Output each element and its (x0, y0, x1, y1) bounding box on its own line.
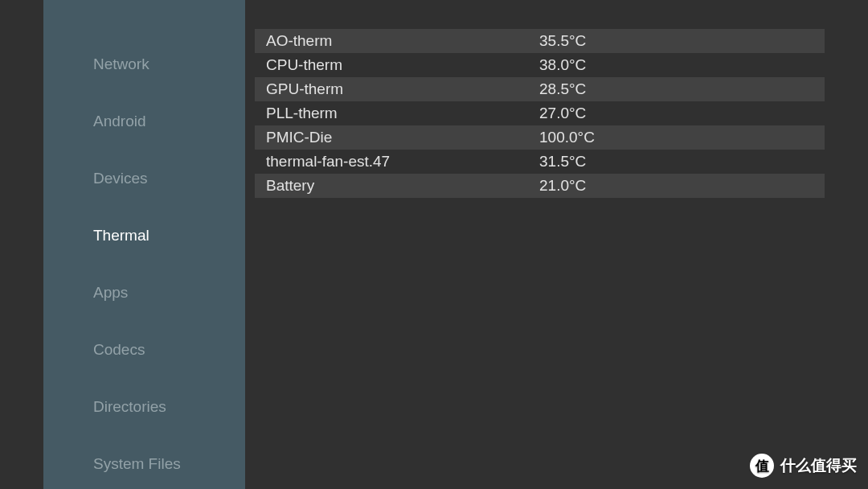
thermal-sensor-value: 35.5°C (539, 32, 825, 50)
table-row: Battery 21.0°C (255, 174, 825, 198)
sidebar-item-devices[interactable]: Devices (43, 150, 245, 207)
thermal-sensor-value: 38.0°C (539, 56, 825, 74)
sidebar-item-codecs[interactable]: Codecs (43, 321, 245, 378)
thermal-sensor-value: 27.0°C (539, 105, 825, 122)
main-panel: AO-therm 35.5°C CPU-therm 38.0°C GPU-the… (245, 0, 868, 489)
watermark-badge-icon: 值 (750, 454, 774, 478)
thermal-sensor-name: CPU-therm (266, 56, 539, 74)
sidebar-item-network[interactable]: Network (43, 35, 245, 92)
thermal-sensor-name: PMIC-Die (266, 129, 539, 146)
thermal-sensor-name: GPU-therm (266, 80, 539, 98)
sidebar-item-label: Apps (93, 284, 128, 302)
sidebar-item-thermal[interactable]: Thermal (43, 207, 245, 264)
table-row: thermal-fan-est.47 31.5°C (255, 150, 825, 174)
thermal-sensor-value: 28.5°C (539, 80, 825, 98)
sidebar-item-label: Directories (93, 398, 166, 416)
thermal-sensor-name: thermal-fan-est.47 (266, 153, 539, 171)
sidebar-item-android[interactable]: Android (43, 92, 245, 150)
thermal-sensor-value: 31.5°C (539, 153, 825, 171)
watermark: 值 什么值得买 (750, 454, 857, 478)
thermal-sensor-name: PLL-therm (266, 105, 539, 122)
thermal-sensor-name: AO-therm (266, 32, 539, 50)
table-row: PLL-therm 27.0°C (255, 101, 825, 125)
thermal-sensor-value: 100.0°C (539, 129, 825, 146)
sidebar-item-label: Android (93, 113, 146, 130)
thermal-sensor-name: Battery (266, 177, 539, 195)
watermark-text: 什么值得买 (780, 455, 857, 476)
sidebar-item-apps[interactable]: Apps (43, 264, 245, 321)
table-row: PMIC-Die 100.0°C (255, 125, 825, 150)
table-row: AO-therm 35.5°C (255, 29, 825, 53)
sidebar-item-label: Network (93, 55, 149, 73)
sidebar-item-system-files[interactable]: System Files (43, 435, 245, 489)
sidebar-item-label: Devices (93, 170, 148, 187)
sidebar: Network Android Devices Thermal Apps Cod… (43, 0, 245, 489)
sidebar-item-label: System Files (93, 455, 181, 473)
sidebar-item-label: Codecs (93, 341, 145, 359)
table-row: GPU-therm 28.5°C (255, 77, 825, 101)
sidebar-item-label: Thermal (93, 227, 149, 244)
sidebar-item-directories[interactable]: Directories (43, 378, 245, 435)
table-row: CPU-therm 38.0°C (255, 53, 825, 77)
thermal-sensor-value: 21.0°C (539, 177, 825, 195)
